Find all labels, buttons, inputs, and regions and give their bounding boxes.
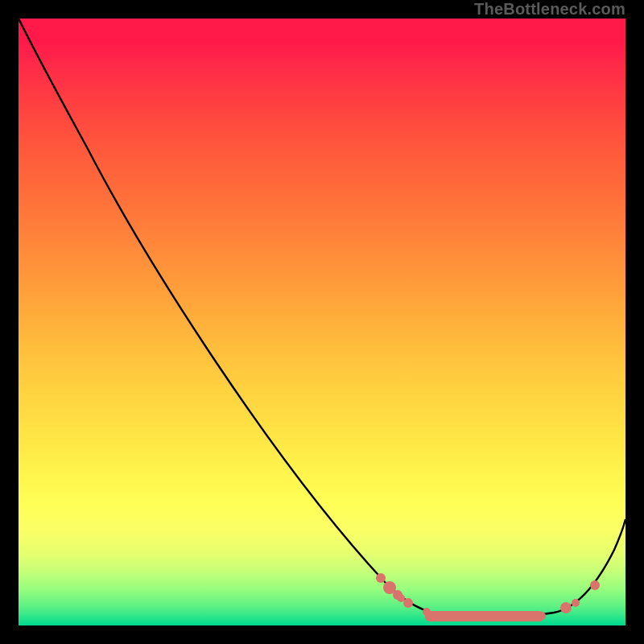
- data-marker: [423, 608, 431, 616]
- data-marker: [590, 580, 600, 590]
- data-marker: [376, 573, 386, 583]
- data-marker: [538, 612, 546, 620]
- data-marker: [560, 602, 572, 613]
- data-marker: [572, 599, 580, 607]
- data-marker: [403, 598, 413, 608]
- chart-plot-area: [19, 19, 625, 625]
- chart-svg: [19, 19, 625, 625]
- data-marker: [397, 594, 405, 602]
- data-marker-band: [425, 611, 544, 621]
- bottleneck-curve: [19, 19, 625, 617]
- watermark-text: TheBottleneck.com: [474, 0, 625, 19]
